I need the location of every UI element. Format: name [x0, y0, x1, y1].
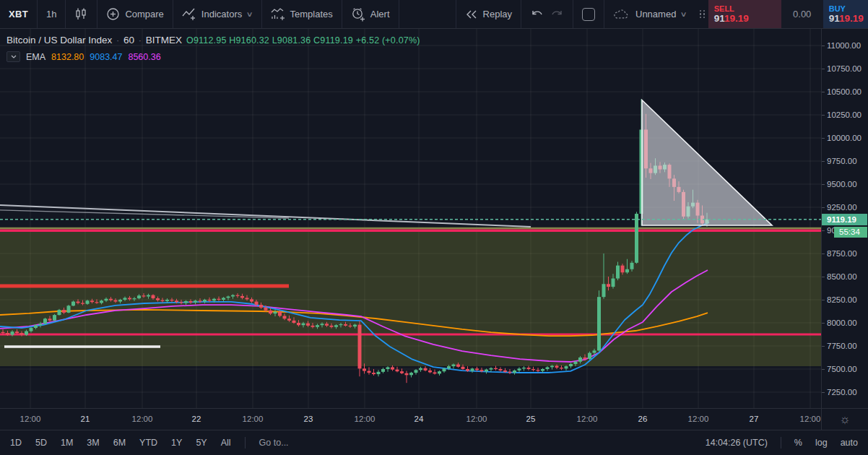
- candle-body: [156, 298, 160, 300]
- candle-body: [137, 295, 141, 298]
- price-axis-label: 9500.00: [827, 180, 857, 188]
- candle-body: [424, 368, 428, 370]
- price-axis-tick: [822, 207, 825, 208]
- candle-body: [630, 263, 634, 269]
- range-button-3m[interactable]: 3M: [87, 438, 99, 448]
- chevron-down-icon: ∨: [680, 10, 687, 18]
- candle-body: [372, 373, 376, 374]
- alert-button[interactable]: Alert: [342, 0, 399, 28]
- candle-body: [334, 325, 338, 327]
- price-axis-label: 8000.00: [827, 318, 857, 327]
- range-button-1m[interactable]: 1M: [61, 438, 73, 448]
- candle-body: [255, 302, 259, 305]
- interval-button[interactable]: 1h: [46, 9, 56, 20]
- candle-body: [433, 372, 437, 373]
- candle-body: [259, 305, 263, 308]
- candle-body: [62, 310, 66, 313]
- trade-panel-drag-handle[interactable]: [697, 10, 708, 19]
- candle-body: [565, 366, 568, 368]
- indicators-button[interactable]: Indicators ∨: [173, 0, 262, 28]
- range-button-1d[interactable]: 1D: [10, 438, 22, 448]
- range-button-6m[interactable]: 6M: [113, 438, 126, 448]
- candle-body: [471, 368, 474, 370]
- candle-body: [25, 332, 28, 335]
- price-axis-label: 7250.00: [827, 388, 857, 396]
- ema-legend[interactable]: EMA 8132.809083.478560.36: [6, 51, 161, 62]
- price-axis-tick: [822, 254, 825, 254]
- price-axis-label: 10000.00: [827, 134, 862, 142]
- candle-body: [53, 315, 56, 321]
- price-axis-tick: [822, 277, 825, 277]
- templates-icon: [271, 7, 285, 21]
- redo-icon[interactable]: [550, 9, 564, 20]
- range-button-5d[interactable]: 5D: [35, 438, 47, 448]
- open-layout-icon[interactable]: [582, 8, 595, 21]
- undo-icon[interactable]: [530, 9, 544, 20]
- percent-scale-button[interactable]: %: [794, 438, 802, 448]
- candle-body: [405, 373, 409, 376]
- range-button-1y[interactable]: 1Y: [171, 438, 182, 448]
- buy-label: BUY: [829, 4, 866, 13]
- candle-body: [363, 368, 366, 370]
- candle-body: [368, 371, 371, 373]
- candle-body: [165, 300, 169, 301]
- price-axis-tick: [822, 230, 825, 231]
- candle-body: [612, 279, 615, 287]
- sell-button[interactable]: SELL 9119.19: [708, 0, 781, 28]
- candle-body: [349, 326, 352, 326]
- candle-body: [490, 368, 493, 370]
- range-button-all[interactable]: All: [221, 438, 231, 448]
- candle-body: [39, 324, 43, 325]
- price-axis[interactable]: 11000.0010750.0010500.0010250.0010000.00…: [821, 29, 868, 408]
- candlestick-chart[interactable]: [0, 29, 821, 408]
- templates-button[interactable]: Templates: [262, 0, 342, 28]
- save-layout-button[interactable]: Unnamed ∨: [604, 0, 695, 28]
- time-axis-label: 23: [304, 415, 313, 423]
- candle-body: [311, 326, 315, 327]
- trendline-drawing-0[interactable]: [0, 205, 531, 227]
- price-axis-tick: [822, 138, 825, 139]
- candle-body: [236, 295, 240, 296]
- candle-body: [161, 300, 165, 301]
- chart-pane[interactable]: Bitcoin / US Dollar Index · 60 · BITMEX …: [0, 29, 868, 408]
- price-axis-label: 9250.00: [827, 203, 857, 212]
- clock-utc[interactable]: 14:04:26 (UTC): [706, 438, 768, 448]
- buy-button[interactable]: BUY 9119.19: [823, 0, 868, 28]
- price-axis-label: 8750.00: [827, 249, 857, 258]
- candle-body: [283, 316, 287, 318]
- candle-body: [607, 284, 610, 287]
- symbol-button[interactable]: XBT: [9, 9, 28, 20]
- candle-body: [574, 362, 578, 364]
- price-axis-tick: [822, 92, 825, 92]
- auto-scale-button[interactable]: auto: [841, 438, 858, 448]
- axis-settings-corner[interactable]: ☼: [821, 408, 868, 430]
- candle-body: [588, 353, 591, 359]
- symbol-legend[interactable]: Bitcoin / US Dollar Index · 60 · BITMEX …: [6, 35, 420, 46]
- time-axis[interactable]: 12:002112:002212:002312:002412:002512:00…: [0, 408, 821, 430]
- axis-settings-icon[interactable]: ☼: [839, 412, 851, 427]
- goto-button[interactable]: Go to...: [259, 438, 289, 448]
- range-button-ytd[interactable]: YTD: [139, 438, 157, 448]
- compare-button[interactable]: Compare: [97, 0, 173, 28]
- log-scale-button[interactable]: log: [815, 438, 828, 448]
- bottom-toolbar: 1D5D1M3M6MYTD1Y5YAll Go to... 14:04:26 (…: [0, 430, 868, 455]
- price-axis-tick: [822, 300, 825, 300]
- candle-body: [358, 325, 362, 369]
- candle-body: [278, 312, 282, 316]
- candles-style-icon[interactable]: [74, 7, 88, 21]
- candle-body: [518, 368, 521, 370]
- range-button-5y[interactable]: 5Y: [196, 438, 207, 448]
- candle-body: [15, 332, 19, 333]
- candle-body: [269, 311, 272, 313]
- candle-body: [77, 302, 80, 303]
- triangle-drawing[interactable]: [642, 100, 772, 225]
- candle-body: [43, 318, 47, 324]
- candle-body: [250, 299, 253, 301]
- indicators-icon: [182, 7, 196, 21]
- candle-body: [466, 369, 469, 371]
- replay-button[interactable]: Replay: [456, 0, 521, 28]
- candle-body: [170, 300, 174, 300]
- legend-collapse-button[interactable]: [6, 51, 20, 62]
- time-axis-label: 12:00: [800, 415, 821, 423]
- chevron-down-icon: ∨: [246, 10, 253, 18]
